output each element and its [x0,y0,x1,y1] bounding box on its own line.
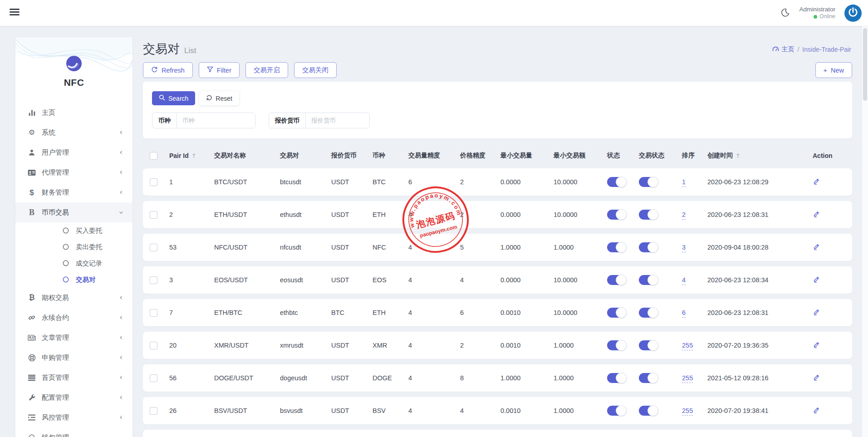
sidebar-item-finance[interactable]: $财务管理‹ [15,182,132,202]
sort-editable-link[interactable]: 255 [682,342,693,350]
sidebar-item-home[interactable]: 主页 [15,103,132,123]
sidebar-item-wallet[interactable]: 钱包管理 [15,427,132,437]
sidebar-item-users[interactable]: 用户管理‹ [15,142,132,162]
select-all-checkbox[interactable] [150,152,157,160]
status-toggle[interactable] [607,242,625,252]
status-toggle[interactable] [607,177,625,187]
coin-cell: NFC [373,244,408,251]
hamburger-menu-icon[interactable] [10,9,20,17]
search-label: Search [168,95,188,102]
search-button[interactable]: Search [152,91,195,105]
trade-open-button[interactable]: 交易开启 [245,62,288,78]
refresh-button[interactable]: Refresh [143,62,193,78]
trade-status-toggle[interactable] [639,242,657,252]
sidebar-item-risk[interactable]: 风控管理‹ [15,408,132,427]
coin-filter-input[interactable] [177,113,255,128]
sort-editable-link[interactable]: 1 [682,178,686,187]
scrollbar-thumb[interactable] [863,28,867,101]
toggle-knob [647,275,658,285]
sidebar-item-label: 买入委托 [76,226,102,235]
row-checkbox[interactable] [150,374,157,382]
sidebar-item-agents[interactable]: 代理管理‹ [15,162,132,182]
row-select-cell [143,309,169,317]
new-button[interactable]: + New [815,62,852,78]
edit-button[interactable] [813,210,820,219]
pair-id-cell: 26 [169,407,214,414]
trade-status-toggle[interactable] [639,275,657,285]
sidebar-item-trade-records[interactable]: 成交记录 [15,255,132,271]
pencil-edit-icon [813,243,820,252]
trade-status-toggle[interactable] [639,340,657,350]
edit-button[interactable] [813,177,820,187]
dark-mode-toggle[interactable] [780,8,790,19]
row-checkbox[interactable] [150,178,157,186]
circle-icon [61,276,70,283]
row-checkbox[interactable] [150,244,157,251]
page-title: 交易对 [143,42,180,56]
sort-editable-link[interactable]: 255 [682,407,693,416]
row-select-cell [143,276,169,284]
sidebar-item-system[interactable]: ⚙系统‹ [15,123,132,142]
sidebar-item-sell-orders[interactable]: 卖出委托 [15,239,132,255]
amount-precision-cell: 4 [408,374,460,382]
sort-editable-link[interactable]: 3 [682,244,686,252]
row-checkbox[interactable] [150,342,157,349]
status-toggle[interactable] [607,308,625,318]
user-block[interactable]: Administrator Online [799,5,835,20]
sidebar-item-homepage[interactable]: 首页管理‹ [15,368,132,388]
edit-button[interactable] [813,341,820,350]
trade-close-button[interactable]: 交易关闭 [294,62,337,78]
status-cell [607,340,639,350]
pencil-edit-icon [813,373,820,383]
sort-editable-link[interactable]: 4 [682,276,686,285]
sidebar-item-subscription[interactable]: 申购管理‹ [15,348,132,368]
min-total-cell: 10.0000 [554,276,607,284]
trade-open-label: 交易开启 [254,66,280,74]
filter-button[interactable]: Filter [199,62,240,78]
trade-status-toggle[interactable] [639,308,657,318]
quote-currency-cell-value: USDT [331,374,349,382]
row-checkbox[interactable] [150,276,157,284]
trade-status-toggle[interactable] [639,373,657,383]
sort-editable-link[interactable]: 255 [682,374,693,383]
edit-button[interactable] [813,275,820,285]
quote-currency-cell: USDT [331,374,373,382]
user-avatar[interactable] [844,5,862,22]
pair-name-cell-value: XMR/USDT [214,342,249,349]
sidebar-item-trade-pairs[interactable]: 交易对 [15,271,132,288]
row-checkbox[interactable] [150,211,157,219]
row-checkbox[interactable] [150,407,157,415]
trade-status-toggle[interactable] [639,177,657,187]
sort-editable-link[interactable]: 6 [682,309,686,318]
pair-symbol-cell-value: ethusdt [280,211,302,218]
price-precision-cell: 2 [460,342,500,349]
edit-button[interactable] [813,243,820,252]
status-toggle[interactable] [607,406,625,416]
edit-button[interactable] [813,373,820,383]
quote-filter-input[interactable] [306,113,369,128]
trade-status-toggle[interactable] [639,406,657,416]
sidebar-item-perpetual[interactable]: 永续合约‹ [15,308,132,328]
sidebar-item-spot-trade[interactable]: B币币交易‹ [15,202,132,222]
status-toggle[interactable] [607,275,625,285]
min-amount-cell: 0.0000 [500,211,554,218]
row-checkbox[interactable] [150,309,157,317]
price-precision-cell-value: 2 [460,211,464,218]
status-toggle[interactable] [607,340,625,350]
status-toggle[interactable] [607,210,625,220]
sidebar-item-options-trade[interactable]: ₿期权交易‹ [15,288,132,308]
plus-icon: + [824,67,827,74]
edit-button[interactable] [813,406,820,415]
breadcrumb-home-link[interactable]: 主页 [772,45,794,54]
chevron-left-icon: ‹ [119,354,123,361]
sidebar-item-articles[interactable]: 文章管理‹ [15,328,132,348]
sort-editable-link[interactable]: 2 [682,211,686,220]
status-cell [607,242,639,252]
sidebar-item-config[interactable]: 配置管理‹ [15,388,132,408]
status-toggle[interactable] [607,373,625,383]
edit-button[interactable] [813,308,820,317]
trade-status-toggle[interactable] [639,210,657,220]
reset-button[interactable]: Reset [199,91,239,105]
sidebar-item-buy-orders[interactable]: 买入委托 [15,222,132,239]
page-scrollbar[interactable] [862,26,868,437]
